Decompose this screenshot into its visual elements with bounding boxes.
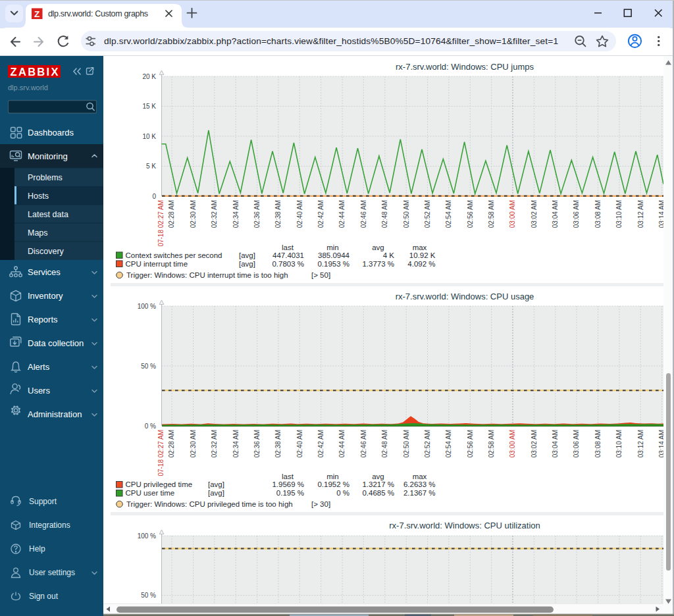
svg-text:CPU user time: CPU user time [126,489,175,497]
svg-text:min: min [326,473,339,480]
svg-text:5 K: 5 K [146,163,156,170]
svg-text:Hosts: Hosts [28,192,49,201]
svg-text:Discovery: Discovery [28,247,65,256]
svg-text:07-18 02:27 AM: 07-18 02:27 AM [157,200,165,247]
svg-text:Integrations: Integrations [29,521,70,530]
svg-text:20 K: 20 K [142,73,156,80]
svg-text:100 %: 100 % [138,303,156,310]
svg-text:dlp.srv.world: dlp.srv.world [8,84,48,91]
svg-text:Data collection: Data collection [28,338,84,348]
svg-text:Z: Z [34,9,39,19]
svg-text:02:52 AM: 02:52 AM [424,200,431,228]
svg-text:0.7803 %: 0.7803 % [272,260,304,268]
svg-text:6.2633 %: 6.2633 % [403,480,436,488]
svg-text:02:32 AM: 02:32 AM [211,200,218,228]
svg-text:Problems: Problems [28,173,63,182]
svg-text:02:54 AM: 02:54 AM [445,200,452,228]
svg-text:02:58 AM: 02:58 AM [488,430,495,457]
svg-text:10 K: 10 K [142,133,156,140]
svg-text:02:28 AM: 02:28 AM [168,200,175,228]
svg-text:Trigger: Windows: CPU privileg: Trigger: Windows: CPU privileged time is… [126,500,293,508]
svg-text:Alerts: Alerts [28,362,50,372]
svg-text:0.4685 %: 0.4685 % [362,489,394,497]
svg-text:Sign out: Sign out [29,592,59,601]
svg-text:02:44 AM: 02:44 AM [338,430,346,457]
svg-text:Context switches per second: Context switches per second [126,251,222,259]
svg-text:02:48 AM: 02:48 AM [381,200,388,228]
svg-text:02:28 AM: 02:28 AM [168,430,175,457]
svg-text:02:54 AM: 02:54 AM [445,430,452,457]
svg-text:Inventory: Inventory [28,291,63,301]
svg-text:03:02 AM: 03:02 AM [531,200,538,228]
svg-text:03:10 AM: 03:10 AM [615,430,623,457]
svg-text:02:42 AM: 02:42 AM [317,200,324,228]
svg-text:[> 50]: [> 50] [311,271,330,279]
svg-text:Users: Users [28,386,50,396]
svg-text:50 %: 50 % [141,592,156,599]
svg-text:1.3773 %: 1.3773 % [362,260,394,268]
svg-text:Trigger: Windows: CPU interrup: Trigger: Windows: CPU interrupt time is … [126,271,288,279]
svg-text:03:06 AM: 03:06 AM [573,430,580,457]
svg-text:02:46 AM: 02:46 AM [360,430,367,457]
svg-text:Dashboards: Dashboards [28,128,74,138]
svg-text:Reports: Reports [28,315,58,324]
svg-text:02:44 AM: 02:44 AM [338,200,346,228]
svg-text:02:40 AM: 02:40 AM [296,430,303,457]
svg-text:last: last [282,473,294,480]
svg-text:[avg]: [avg] [208,480,224,488]
svg-text:last: last [282,244,294,251]
svg-text:avg: avg [372,244,384,251]
svg-text:avg: avg [372,473,384,480]
svg-text:03:00 AM: 03:00 AM [509,430,516,457]
svg-text:4.092 %: 4.092 % [407,260,435,268]
svg-text:50 %: 50 % [141,363,156,370]
svg-text:rx-7.srv.world: Windows: CPU u: rx-7.srv.world: Windows: CPU usage [396,292,534,301]
svg-text:4 K: 4 K [383,251,395,259]
svg-text:[avg]: [avg] [239,251,255,259]
svg-text:03:00 AM: 03:00 AM [509,200,516,228]
svg-text:[avg]: [avg] [208,489,224,497]
svg-text:03:14 AM: 03:14 AM [658,200,663,228]
svg-text:02:48 AM: 02:48 AM [381,430,388,457]
svg-text:02:32 AM: 02:32 AM [211,430,218,457]
svg-text:[avg]: [avg] [239,260,255,268]
svg-text:[> 30]: [> 30] [311,500,330,508]
svg-text:07-18 02:27 AM: 07-18 02:27 AM [157,430,165,476]
svg-text:CPU interrupt time: CPU interrupt time [126,260,188,268]
svg-text:Maps: Maps [28,228,48,238]
svg-text:02:58 AM: 02:58 AM [488,200,495,228]
svg-text:02:46 AM: 02:46 AM [360,200,367,228]
svg-text:0.1953 %: 0.1953 % [317,260,350,268]
svg-text:03:12 AM: 03:12 AM [637,430,644,457]
svg-text:02:56 AM: 02:56 AM [467,200,474,228]
svg-text:Help: Help [29,544,45,553]
svg-text:2.1367 %: 2.1367 % [403,489,436,497]
svg-text:15 K: 15 K [142,103,156,110]
svg-text:0 %: 0 % [336,489,350,497]
svg-text:Administration: Administration [28,409,82,419]
svg-text:0.1952 %: 0.1952 % [317,480,350,488]
svg-text:dlp.srv.world/zabbix/zabbix.ph: dlp.srv.world/zabbix/zabbix.php?action=c… [104,36,558,46]
svg-text:User settings: User settings [29,568,75,577]
svg-text:0.195 %: 0.195 % [276,489,304,497]
svg-text:rx-7.srv.world: Windows: CPU j: rx-7.srv.world: Windows: CPU jumps [396,62,534,72]
svg-text:385.0944: 385.0944 [318,251,350,259]
svg-text:max: max [413,244,427,251]
svg-text:max: max [413,473,427,480]
svg-text:03:02 AM: 03:02 AM [531,430,538,457]
svg-text:02:52 AM: 02:52 AM [424,430,431,457]
svg-text:03:06 AM: 03:06 AM [573,200,580,228]
svg-text:02:38 AM: 02:38 AM [274,200,282,228]
svg-text:02:50 AM: 02:50 AM [403,200,410,228]
svg-text:dlp.srv.world: Custom graphs: dlp.srv.world: Custom graphs [48,9,148,18]
svg-text:Monitoring: Monitoring [28,151,68,161]
svg-text:02:36 AM: 02:36 AM [253,430,261,457]
svg-text:Latest data: Latest data [28,210,68,219]
svg-text:Support: Support [29,497,57,506]
svg-text:02:42 AM: 02:42 AM [317,430,324,457]
svg-text:03:04 AM: 03:04 AM [552,430,559,457]
svg-text:02:36 AM: 02:36 AM [253,200,261,228]
svg-text:100 %: 100 % [138,532,156,540]
svg-text:02:30 AM: 02:30 AM [190,200,197,228]
svg-text:min: min [326,244,339,251]
